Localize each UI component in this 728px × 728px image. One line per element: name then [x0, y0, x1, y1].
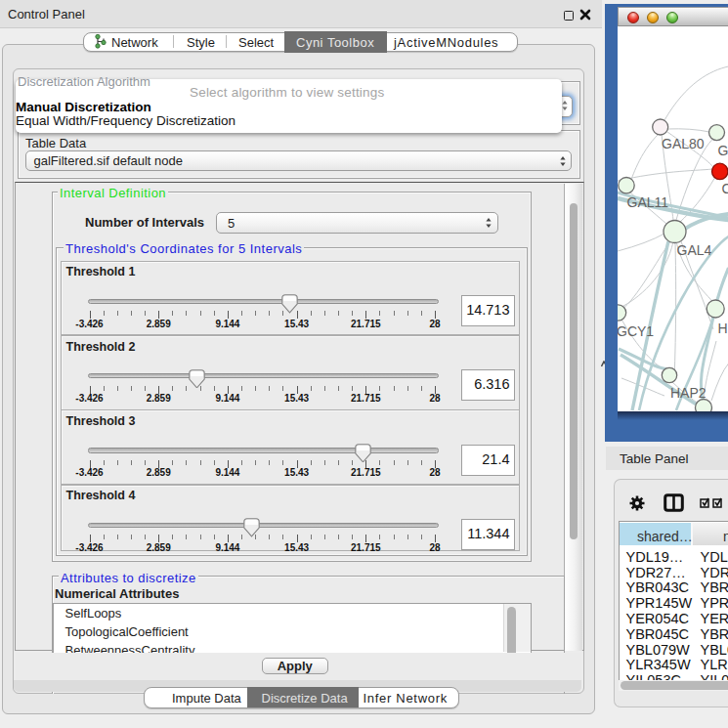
svg-text:GCY1: GCY1	[618, 323, 654, 339]
svg-text:H.: H.	[717, 321, 728, 336]
svg-text:GAL80: GAL80	[662, 136, 705, 151]
svg-text:C.: C.	[721, 181, 728, 196]
svg-text:HAP2: HAP2	[670, 385, 707, 401]
svg-text:GAL11: GAL11	[626, 194, 668, 210]
svg-text:GAL4: GAL4	[676, 242, 711, 258]
svg-text:G..: G..	[717, 143, 728, 158]
